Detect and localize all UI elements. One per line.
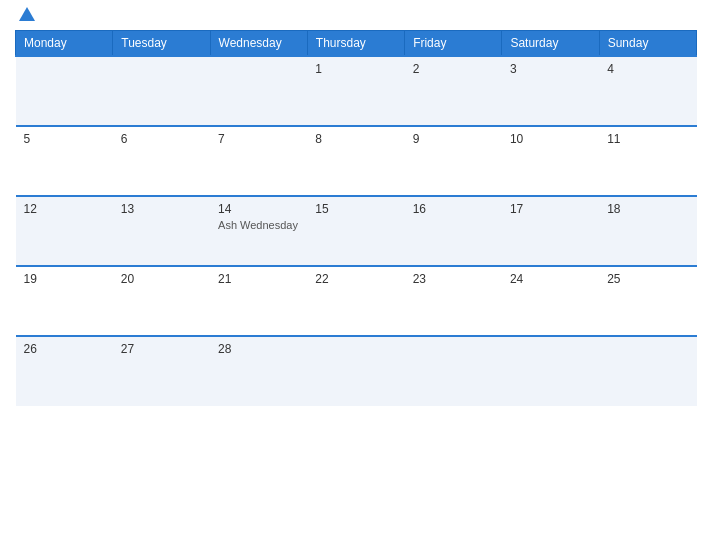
weekday-header-row: MondayTuesdayWednesdayThursdayFridaySatu… <box>16 31 697 57</box>
day-cell: 7 <box>210 126 307 196</box>
day-cell <box>307 336 404 406</box>
day-cell: 27 <box>113 336 210 406</box>
day-cell: 5 <box>16 126 113 196</box>
day-number: 13 <box>121 202 202 216</box>
day-number: 11 <box>607 132 688 146</box>
day-number: 7 <box>218 132 299 146</box>
day-cell: 14Ash Wednesday <box>210 196 307 266</box>
week-row-1: 1234 <box>16 56 697 126</box>
day-cell: 1 <box>307 56 404 126</box>
day-number: 14 <box>218 202 299 216</box>
day-cell: 9 <box>405 126 502 196</box>
calendar-container: MondayTuesdayWednesdayThursdayFridaySatu… <box>0 0 712 550</box>
day-cell: 4 <box>599 56 696 126</box>
logo-triangle-icon <box>19 7 35 21</box>
day-number: 27 <box>121 342 202 356</box>
day-number: 2 <box>413 62 494 76</box>
day-number: 3 <box>510 62 591 76</box>
week-row-2: 567891011 <box>16 126 697 196</box>
day-cell: 6 <box>113 126 210 196</box>
day-cell: 22 <box>307 266 404 336</box>
day-number: 19 <box>24 272 105 286</box>
day-number: 10 <box>510 132 591 146</box>
day-number: 18 <box>607 202 688 216</box>
day-number: 25 <box>607 272 688 286</box>
day-cell: 21 <box>210 266 307 336</box>
day-number: 8 <box>315 132 396 146</box>
day-cell <box>599 336 696 406</box>
day-number: 23 <box>413 272 494 286</box>
day-cell: 20 <box>113 266 210 336</box>
day-cell: 13 <box>113 196 210 266</box>
day-number: 9 <box>413 132 494 146</box>
day-number: 5 <box>24 132 105 146</box>
day-event: Ash Wednesday <box>218 219 299 231</box>
day-number: 20 <box>121 272 202 286</box>
day-cell: 23 <box>405 266 502 336</box>
calendar-thead: MondayTuesdayWednesdayThursdayFridaySatu… <box>16 31 697 57</box>
week-row-5: 262728 <box>16 336 697 406</box>
day-cell <box>113 56 210 126</box>
day-number: 22 <box>315 272 396 286</box>
day-cell: 17 <box>502 196 599 266</box>
day-number: 28 <box>218 342 299 356</box>
day-number: 17 <box>510 202 591 216</box>
day-cell <box>210 56 307 126</box>
day-number: 24 <box>510 272 591 286</box>
day-cell: 25 <box>599 266 696 336</box>
calendar-tbody: 1234567891011121314Ash Wednesday15161718… <box>16 56 697 406</box>
day-number: 15 <box>315 202 396 216</box>
day-cell <box>16 56 113 126</box>
day-number: 12 <box>24 202 105 216</box>
weekday-header-thursday: Thursday <box>307 31 404 57</box>
weekday-header-sunday: Sunday <box>599 31 696 57</box>
day-cell: 24 <box>502 266 599 336</box>
day-number: 16 <box>413 202 494 216</box>
week-row-4: 19202122232425 <box>16 266 697 336</box>
day-number: 6 <box>121 132 202 146</box>
calendar-header <box>15 10 697 20</box>
day-cell: 18 <box>599 196 696 266</box>
day-cell: 26 <box>16 336 113 406</box>
day-number: 26 <box>24 342 105 356</box>
day-cell: 12 <box>16 196 113 266</box>
day-cell: 10 <box>502 126 599 196</box>
day-cell: 15 <box>307 196 404 266</box>
day-cell: 2 <box>405 56 502 126</box>
logo <box>15 7 35 23</box>
day-cell: 19 <box>16 266 113 336</box>
day-cell: 8 <box>307 126 404 196</box>
weekday-header-saturday: Saturday <box>502 31 599 57</box>
weekday-header-wednesday: Wednesday <box>210 31 307 57</box>
weekday-header-tuesday: Tuesday <box>113 31 210 57</box>
day-number: 4 <box>607 62 688 76</box>
day-cell <box>405 336 502 406</box>
weekday-header-monday: Monday <box>16 31 113 57</box>
day-number: 1 <box>315 62 396 76</box>
day-cell: 11 <box>599 126 696 196</box>
weekday-header-friday: Friday <box>405 31 502 57</box>
day-cell <box>502 336 599 406</box>
day-cell: 28 <box>210 336 307 406</box>
day-number: 21 <box>218 272 299 286</box>
day-cell: 16 <box>405 196 502 266</box>
day-cell: 3 <box>502 56 599 126</box>
calendar-table: MondayTuesdayWednesdayThursdayFridaySatu… <box>15 30 697 406</box>
week-row-3: 121314Ash Wednesday15161718 <box>16 196 697 266</box>
